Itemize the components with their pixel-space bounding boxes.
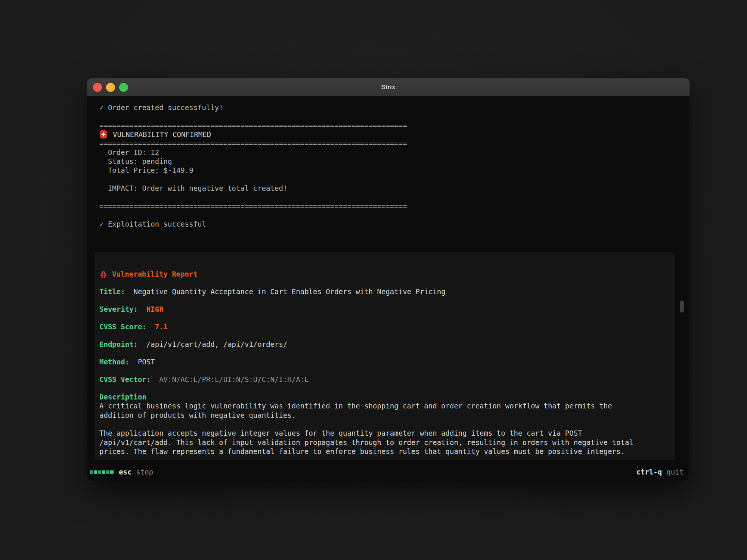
strix-terminal-window: Strix ✓ Order created successfully! ====… [87,78,689,481]
separator-line: ========================================… [99,202,678,211]
ctrl-q-key-hint: ctrl-q [636,468,662,476]
quit-hint-group: ctrl-q quit [636,468,684,476]
blank-line [99,193,678,202]
field-label: CVSS Vector: [99,375,155,383]
description-paragraphs: A critical business logic vulnerability … [99,401,667,456]
blank-line [99,211,678,220]
field-value: POST [138,358,155,366]
vulnerability-report-panel: Vulnerability Report Title: Negative Qua… [95,252,675,460]
close-button[interactable] [93,83,102,92]
zoom-button[interactable] [119,83,128,92]
siren-light-icon [99,130,108,139]
scrollbar-thumb[interactable] [680,301,684,312]
field-label: CVSS Score: [99,323,151,331]
report-field-row: CVSS Score: 7.1 [99,322,667,332]
esc-key-hint: esc [119,468,131,476]
report-field-row: Severity: HIGH [99,305,667,314]
blank-line [99,112,678,121]
window-titlebar[interactable]: Strix [87,78,689,96]
impact-line: IMPACT: Order with negative total create… [99,184,678,193]
report-fields: Title: Negative Quantity Acceptance in C… [99,287,667,384]
report-field-row: CVSS Vector: AV:N/AC:L/PR:L/UI:N/S:U/C:N… [99,375,667,384]
traffic-lights [93,78,128,96]
report-field-row: Title: Negative Quantity Acceptance in C… [99,287,667,296]
field-value: Negative Quantity Acceptance in Cart Ena… [134,287,446,296]
description-paragraph: The application accepts negative integer… [99,429,667,456]
exploitation-success-line: ✓ Exploitation successful [99,220,678,228]
minimize-button[interactable] [106,83,115,92]
status-bar: esc stop ctrl-q quit [90,467,684,477]
field-value: AV:N/AC:L/PR:L/UI:N/S:U/C:N/I:H/A:L [159,375,309,383]
window-title: Strix [381,84,396,91]
quit-action-label: quit [666,468,684,476]
order-detail-lines: Order ID: 12 Status: pending Total Price… [99,148,678,175]
ladybug-icon [99,270,108,279]
description-paragraph: A critical business logic vulnerability … [99,401,667,420]
activity-spinner-icon [90,470,114,474]
desktop-background: Strix ✓ Order created successfully! ====… [0,0,747,560]
separator-line: ========================================… [99,139,678,148]
order-success-line: ✓ Order created successfully! [99,103,678,112]
field-value: /api/v1/cart/add, /api/v1/orders/ [146,340,288,348]
esc-action-label: stop [136,468,153,476]
report-title: Vulnerability Report [112,270,198,279]
report-header: Vulnerability Report [99,270,667,279]
field-value: 7.1 [155,323,168,331]
field-label: Endpoint: [99,340,142,348]
order-detail-line: Total Price: $-149.9 [99,166,678,175]
report-field-row: Endpoint: /api/v1/cart/add, /api/v1/orde… [99,340,667,349]
vulnerability-confirmed-line: VULNERABILITY CONFIRMED [99,130,678,139]
vulnerability-confirmed-label: VULNERABILITY CONFIRMED [113,130,211,139]
terminal-content: ✓ Order created successfully! ==========… [87,96,689,481]
field-label: Method: [99,358,134,366]
separator-line: ========================================… [99,121,678,130]
field-value: HIGH [146,305,164,313]
field-label: Title: [99,287,129,296]
terminal-output: ✓ Order created successfully! ==========… [99,103,678,228]
description-heading: Description [99,392,667,401]
field-label: Severity: [99,305,142,313]
blank-line [99,175,678,184]
report-field-row: Method: POST [99,357,667,367]
order-detail-line: Order ID: 12 [99,148,678,157]
order-detail-line: Status: pending [99,157,678,166]
